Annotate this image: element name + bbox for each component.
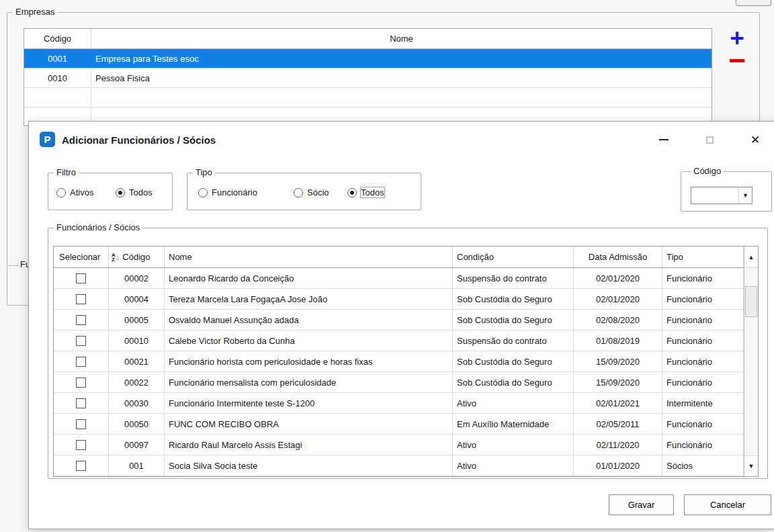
tipo-group-title: Tipo <box>193 167 215 177</box>
row-condicao: Suspensão do contrato <box>453 330 574 351</box>
radio-funcionario[interactable]: Funcionário <box>198 187 257 197</box>
row-tipo: Funcionário <box>662 414 744 434</box>
row-select-cell <box>54 310 109 330</box>
row-condicao: Ativo <box>453 393 574 413</box>
nome-column-header[interactable]: Nome <box>91 29 712 48</box>
row-codigo: 00010 <box>109 330 165 351</box>
codigo-group-title: Código <box>691 166 724 176</box>
employee-row[interactable]: 00005 Osvaldo Manuel Assunção adada Sob … <box>54 310 744 330</box>
remove-company-button[interactable]: − <box>724 48 750 73</box>
empty-row <box>24 88 712 107</box>
header-data-admissao[interactable]: Data Admissão <box>574 247 662 267</box>
company-row[interactable]: 0010 Pessoa Fisica <box>24 69 712 88</box>
row-codigo: 00021 <box>109 351 165 371</box>
row-data-admissao: 15/09/2020 <box>574 372 662 392</box>
row-codigo: 00004 <box>109 289 165 309</box>
maximize-icon <box>706 136 714 144</box>
row-tipo: Funcionário <box>662 372 744 392</box>
row-checkbox[interactable] <box>76 440 86 450</box>
row-checkbox[interactable] <box>76 398 86 408</box>
row-checkbox[interactable] <box>76 357 86 367</box>
row-checkbox[interactable] <box>76 315 86 325</box>
row-nome: Tereza Marcela Lara FogaçaA Jose João <box>165 289 453 309</box>
row-checkbox[interactable] <box>76 419 86 429</box>
header-codigo[interactable]: AZ ↓ Código <box>109 247 165 267</box>
row-select-cell <box>54 268 109 288</box>
radio-todos-filtro[interactable]: Todos <box>116 187 153 197</box>
dialog-title: Adicionar Funcionários / Sócios <box>62 122 216 158</box>
employee-row[interactable]: 00010 Calebe Victor Roberto da Cunha Sus… <box>54 330 744 351</box>
row-checkbox[interactable] <box>76 294 86 304</box>
header-selecionar[interactable]: Selecionar <box>54 247 109 267</box>
employee-row[interactable]: 00097 Ricardo Raul Marcelo Assis Estagi … <box>54 435 744 455</box>
vertical-scrollbar[interactable]: ▲ ▼ <box>744 247 758 476</box>
row-checkbox[interactable] <box>76 378 86 388</box>
company-nome: Empresa para Testes esoc <box>91 49 712 68</box>
dialog-titlebar[interactable]: P Adicionar Funcionários / Sócios ✕ <box>29 122 774 158</box>
company-row[interactable]: 0001 Empresa para Testes esoc <box>24 49 712 69</box>
cancelar-button[interactable]: Cancelar <box>684 494 771 515</box>
row-select-cell <box>54 289 109 309</box>
header-nome[interactable]: Nome <box>165 247 453 267</box>
minimize-button[interactable] <box>652 130 675 149</box>
row-select-cell <box>54 414 109 434</box>
scroll-down-button[interactable]: ▼ <box>744 455 758 476</box>
row-nome: Funcionário horista com periculosidade e… <box>165 351 453 371</box>
sort-arrow-icon: ↓ <box>116 253 120 261</box>
row-data-admissao: 01/01/2020 <box>574 455 662 476</box>
combo-dropdown-button[interactable]: ▼ <box>738 187 752 204</box>
employee-row[interactable]: 00004 Tereza Marcela Lara FogaçaA Jose J… <box>54 289 744 310</box>
row-data-admissao: 02/01/2020 <box>574 289 662 309</box>
radio-todos-tipo[interactable]: Todos <box>347 187 384 197</box>
add-employees-dialog: P Adicionar Funcionários / Sócios ✕ Filt… <box>28 121 774 529</box>
close-button[interactable]: ✕ <box>744 130 767 149</box>
row-checkbox[interactable] <box>76 336 86 346</box>
scroll-up-button[interactable]: ▲ <box>744 247 758 268</box>
employee-row[interactable]: 00002 Leonardo Ricardo da Conceição Susp… <box>54 268 744 289</box>
row-condicao: Sob Custódia do Seguro <box>453 289 574 309</box>
header-tipo[interactable]: Tipo <box>662 247 744 267</box>
gravar-button[interactable]: Gravar <box>609 494 674 515</box>
maximize-button[interactable] <box>698 130 721 149</box>
employee-row[interactable]: 00050 FUNC COM RECIBO OBRA Em Auxílio Ma… <box>54 414 744 435</box>
employees-grid-header: Selecionar AZ ↓ Código Nome Condição Dat… <box>54 247 744 268</box>
codigo-combobox[interactable]: ▼ <box>691 187 752 204</box>
radio-todos-filtro-label: Todos <box>129 187 153 197</box>
row-data-admissao: 02/01/2021 <box>574 393 662 413</box>
row-condicao: Sob Custódia do Seguro <box>453 372 574 392</box>
filtro-groupbox: Filtro Ativos Todos <box>48 173 173 210</box>
partial-button-fragment[interactable] <box>736 0 771 6</box>
companies-table: Código Nome 0001 Empresa para Testes eso… <box>24 28 712 126</box>
scroll-down-icon: ▼ <box>748 463 755 470</box>
header-condicao[interactable]: Condição <box>453 247 574 267</box>
radio-ativos[interactable]: Ativos <box>56 187 93 197</box>
employee-row[interactable]: 00022 Funcionário mensalista com pericul… <box>54 372 744 393</box>
radio-icon <box>56 188 66 197</box>
row-codigo: 00005 <box>109 310 165 330</box>
header-codigo-label: Código <box>122 252 150 262</box>
row-tipo: Funcionário <box>662 268 744 288</box>
funcionarios-groupbox: Funcionários / Sócios Selecionar AZ ↓ Có… <box>48 228 768 479</box>
employee-row[interactable]: 00021 Funcionário horista com periculosi… <box>54 351 744 372</box>
row-data-admissao: 02/08/2020 <box>574 310 662 330</box>
row-nome: Socia Silva Socia teste <box>165 455 453 476</box>
row-condicao: Ativo <box>453 455 574 476</box>
row-condicao: Ativo <box>453 435 574 455</box>
row-data-admissao: 02/05/2011 <box>574 414 662 434</box>
radio-ativos-label: Ativos <box>70 187 93 197</box>
row-nome: Osvaldo Manuel Assunção adada <box>165 310 453 330</box>
row-select-cell <box>54 435 109 455</box>
codigo-column-header[interactable]: Código <box>24 29 91 48</box>
row-nome: Calebe Victor Roberto da Cunha <box>165 330 453 351</box>
employee-row[interactable]: 00030 Funcionário Intermitente teste S-1… <box>54 393 744 414</box>
minimize-icon <box>659 139 669 140</box>
employee-row[interactable]: 001 Socia Silva Socia teste Ativo 01/01/… <box>54 455 744 476</box>
companies-table-header: Código Nome <box>24 29 712 49</box>
partial-groupbox-border <box>9 265 19 266</box>
scrollbar-thumb[interactable] <box>745 286 757 317</box>
radio-socio[interactable]: Sócio <box>294 187 329 197</box>
sort-letter-z: Z <box>112 257 116 262</box>
row-select-cell <box>54 330 109 351</box>
row-checkbox[interactable] <box>76 273 86 283</box>
row-checkbox[interactable] <box>76 461 86 471</box>
